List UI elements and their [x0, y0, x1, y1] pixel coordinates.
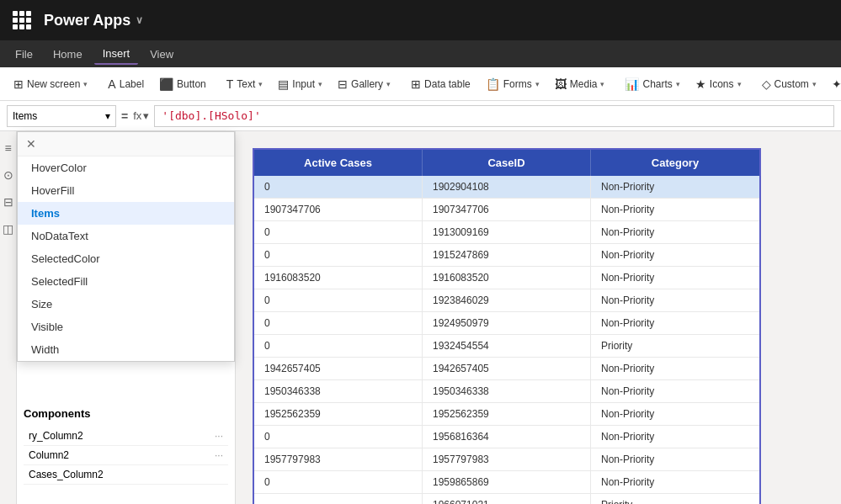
cell-caseid: 1915247869	[423, 244, 591, 266]
data-table-body: 01902904108Non-Priority19073477061907347…	[254, 176, 759, 504]
cell-active-cases: 0	[254, 221, 423, 243]
cell-caseid: 1913009169	[423, 221, 591, 243]
toolbar-input[interactable]: ▤ Input ▾	[271, 74, 329, 94]
cell-caseid: 1902904108	[423, 176, 591, 198]
toolbar-new-screen[interactable]: ⊞ New screen ▾	[7, 74, 94, 94]
cell-caseid: 1932454554	[423, 335, 591, 357]
menu-insert[interactable]: Insert	[94, 44, 139, 65]
component-item-2[interactable]: Column2 ···	[24, 446, 228, 465]
cell-caseid: 1907347706	[423, 199, 591, 220]
toolbar-text[interactable]: T Text ▾	[220, 74, 270, 94]
new-screen-chevron-icon: ▾	[83, 80, 88, 88]
menu-file[interactable]: File	[7, 45, 41, 64]
gallery-icon: ⊟	[338, 77, 348, 91]
toolbar-ai[interactable]: ✦ AI B ▾	[825, 74, 841, 94]
cell-category: Non-Priority	[591, 176, 759, 198]
toolbar-gallery[interactable]: ⊟ Gallery ▾	[331, 74, 397, 94]
property-select[interactable]: Items ▾	[7, 105, 116, 127]
component-dots-2[interactable]: ···	[215, 449, 223, 461]
toolbar-label[interactable]: A Label	[101, 74, 151, 94]
grid-menu-icon[interactable]	[10, 8, 34, 32]
component-item-3[interactable]: Cases_Column2	[24, 465, 228, 485]
formula-input[interactable]	[154, 105, 834, 127]
table-row[interactable]: 01915247869Non-Priority	[254, 244, 759, 267]
data-table-btn-label: Data table	[424, 78, 471, 90]
toolbar-charts[interactable]: 📊 Charts ▾	[618, 74, 686, 94]
gallery-btn-label: Gallery	[351, 78, 383, 90]
col-header-category: Category	[591, 150, 759, 176]
component-dots-1[interactable]: ···	[215, 430, 223, 442]
component-label-1: ry_Column2	[29, 430, 83, 442]
cell-caseid: 1942657405	[423, 358, 591, 379]
cell-category: Non-Priority	[591, 448, 759, 470]
toolbar-media[interactable]: 🖼 Media ▾	[548, 74, 612, 94]
text-btn-label: Text	[237, 78, 255, 90]
component-label-3: Cases_Column2	[29, 469, 104, 480]
cell-caseid: 1924950979	[423, 312, 591, 334]
table-row[interactable]: 19503463381950346338Non-Priority	[254, 380, 759, 403]
col-header-active-cases: Active Cases	[254, 150, 423, 176]
sidebar-component-icon[interactable]: ⊙	[0, 165, 17, 185]
sidebar-data-icon[interactable]: ⊟	[0, 192, 17, 212]
sidebar-media-icon[interactable]: ◫	[0, 219, 17, 239]
toolbar-forms[interactable]: 📋 Forms ▾	[479, 74, 546, 94]
table-row[interactable]: 1966071021Priority	[254, 494, 759, 504]
charts-icon: 📊	[625, 77, 639, 91]
data-table-icon: ⊞	[411, 77, 421, 91]
formula-equals: =	[121, 109, 128, 123]
icons-btn-label: Icons	[710, 78, 734, 90]
formula-fx-button[interactable]: fx ▾	[133, 109, 149, 122]
cell-category: Non-Priority	[591, 199, 759, 220]
cell-active-cases: 1952562359	[254, 403, 423, 425]
forms-btn-label: Forms	[503, 78, 532, 90]
cell-caseid: 1957797983	[423, 448, 591, 470]
table-row[interactable]: 01924950979Non-Priority	[254, 312, 759, 335]
dropdown-item-hoverfill[interactable]: HoverFill	[18, 179, 234, 202]
component-item-1[interactable]: ry_Column2 ···	[24, 427, 228, 446]
cell-active-cases	[254, 494, 423, 504]
table-row[interactable]: 19525623591952562359Non-Priority	[254, 403, 759, 426]
table-row[interactable]: 19577979831957797983Non-Priority	[254, 448, 759, 471]
table-row[interactable]: 01959865869Non-Priority	[254, 471, 759, 494]
toolbar-button[interactable]: ⬛ Button	[152, 74, 213, 94]
data-table-container[interactable]: Active Cases CaseID Category 01902904108…	[253, 148, 761, 504]
cell-category: Non-Priority	[591, 267, 759, 289]
toolbar: ⊞ New screen ▾ A Label ⬛ Button T Text ▾…	[0, 67, 841, 101]
cell-category: Non-Priority	[591, 221, 759, 243]
table-row[interactable]: 19426574051942657405Non-Priority	[254, 358, 759, 380]
table-row[interactable]: 19160835201916083520Non-Priority	[254, 267, 759, 289]
toolbar-icons[interactable]: ★ Icons ▾	[689, 74, 748, 94]
app-title-chevron-icon[interactable]: ∨	[136, 14, 143, 26]
dropdown-list: HoverColor HoverFill Items NoDataText Se…	[18, 157, 234, 361]
dropdown-item-width[interactable]: Width	[18, 338, 234, 361]
table-row[interactable]: 01956816364Non-Priority	[254, 426, 759, 448]
dropdown-item-visible[interactable]: Visible	[18, 316, 234, 338]
cell-caseid: 1950346338	[423, 380, 591, 402]
dropdown-item-items[interactable]: Items	[18, 202, 234, 225]
dropdown-item-hovercolor[interactable]: HoverColor	[18, 157, 234, 179]
button-icon: ⬛	[159, 77, 173, 91]
cell-active-cases: 1957797983	[254, 448, 423, 470]
sidebar-layers-icon[interactable]: ≡	[1, 138, 14, 158]
charts-chevron-icon: ▾	[676, 80, 680, 88]
table-row[interactable]: 01902904108Non-Priority	[254, 176, 759, 199]
table-row[interactable]: 01913009169Non-Priority	[254, 221, 759, 244]
new-screen-label: New screen	[27, 78, 80, 90]
dropdown-item-selectedfill[interactable]: SelectedFill	[18, 270, 234, 293]
cell-caseid: 1956816364	[423, 426, 591, 448]
cell-caseid: 1923846029	[423, 289, 591, 311]
menu-home[interactable]: Home	[45, 45, 91, 64]
toolbar-data-table[interactable]: ⊞ Data table	[404, 74, 477, 94]
dropdown-close-btn[interactable]: ✕	[26, 137, 36, 151]
dropdown-item-selectedcolor[interactable]: SelectedColor	[18, 247, 234, 270]
table-row[interactable]: 01932454554Priority	[254, 335, 759, 358]
dropdown-item-size[interactable]: Size	[18, 293, 234, 316]
top-bar: Power Apps ∨	[0, 0, 841, 40]
table-row[interactable]: 19073477061907347706Non-Priority	[254, 199, 759, 221]
menu-view[interactable]: View	[141, 45, 182, 64]
forms-icon: 📋	[486, 77, 500, 91]
table-row[interactable]: 01923846029Non-Priority	[254, 289, 759, 312]
cell-category: Non-Priority	[591, 289, 759, 311]
toolbar-custom[interactable]: ◇ Custom ▾	[755, 74, 823, 94]
dropdown-item-nodatatext[interactable]: NoDataText	[18, 225, 234, 247]
